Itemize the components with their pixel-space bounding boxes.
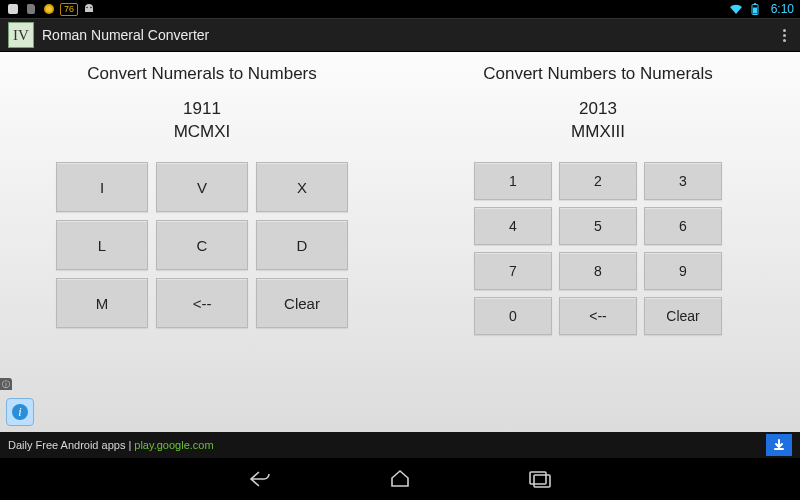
main-content: Convert Numerals to Numbers 1911 MCMXI I… (0, 52, 800, 432)
svg-rect-10 (530, 472, 546, 484)
svg-rect-6 (753, 8, 757, 14)
evernote-icon (24, 2, 38, 16)
android-icon (82, 2, 96, 16)
key-L[interactable]: L (56, 220, 148, 270)
back-button[interactable] (245, 464, 275, 494)
download-button[interactable] (766, 434, 792, 456)
key-7[interactable]: 7 (474, 252, 552, 290)
notification-icon-app (6, 2, 20, 16)
recents-button[interactable] (525, 464, 555, 494)
key-backspace[interactable]: <-- (156, 278, 248, 328)
key-D[interactable]: D (256, 220, 348, 270)
battery-icon (748, 2, 762, 16)
key-3[interactable]: 3 (644, 162, 722, 200)
ad-link[interactable]: play.google.com (134, 439, 213, 451)
key-C[interactable]: C (156, 220, 248, 270)
ad-text: Daily Free Android apps | (8, 439, 131, 451)
temperature-badge: 76 (60, 3, 78, 16)
key-V[interactable]: V (156, 162, 248, 212)
wifi-icon (729, 2, 743, 16)
key-X[interactable]: X (256, 162, 348, 212)
result-roman: MMXIII (571, 121, 625, 144)
key-1[interactable]: 1 (474, 162, 552, 200)
key-backspace[interactable]: <-- (559, 297, 637, 335)
info-button[interactable]: i (6, 398, 34, 426)
keypad-numbers: 1 2 3 4 5 6 7 8 9 0 <-- Clear (474, 162, 722, 335)
key-clear[interactable]: Clear (256, 278, 348, 328)
svg-point-2 (46, 6, 52, 12)
key-9[interactable]: 9 (644, 252, 722, 290)
panel-numbers-to-numerals: Convert Numbers to Numerals 2013 MMXIII … (410, 64, 786, 426)
status-bar: 76 6:10 (0, 0, 800, 18)
svg-point-4 (90, 7, 91, 8)
coin-icon (42, 2, 56, 16)
key-0[interactable]: 0 (474, 297, 552, 335)
keypad-roman: I V X L C D M <-- Clear (56, 162, 348, 328)
navigation-bar (0, 458, 800, 500)
svg-point-3 (86, 7, 87, 8)
result-display-right: 2013 MMXIII (571, 98, 625, 144)
result-roman: MCMXI (174, 121, 231, 144)
key-clear[interactable]: Clear (644, 297, 722, 335)
panel-heading: Convert Numbers to Numerals (483, 64, 713, 84)
svg-rect-0 (8, 4, 18, 14)
result-number: 1911 (174, 98, 231, 121)
result-number: 2013 (571, 98, 625, 121)
svg-text:i: i (18, 405, 21, 419)
key-5[interactable]: 5 (559, 207, 637, 245)
svg-rect-11 (534, 475, 550, 487)
adchoices-icon[interactable]: ⓘ (0, 378, 12, 390)
key-I[interactable]: I (56, 162, 148, 212)
panel-heading: Convert Numerals to Numbers (87, 64, 317, 84)
key-4[interactable]: 4 (474, 207, 552, 245)
action-bar: IV Roman Numeral Converter (0, 18, 800, 52)
status-right-icons: 6:10 (729, 2, 794, 16)
key-M[interactable]: M (56, 278, 148, 328)
result-display-left: 1911 MCMXI (174, 98, 231, 144)
key-6[interactable]: 6 (644, 207, 722, 245)
key-2[interactable]: 2 (559, 162, 637, 200)
status-left-icons: 76 (6, 2, 96, 16)
key-8[interactable]: 8 (559, 252, 637, 290)
app-icon: IV (8, 22, 34, 48)
ad-bar[interactable]: Daily Free Android apps | play.google.co… (0, 432, 800, 458)
clock: 6:10 (771, 2, 794, 16)
svg-rect-7 (754, 3, 756, 4)
home-button[interactable] (385, 464, 415, 494)
app-title: Roman Numeral Converter (42, 27, 209, 43)
overflow-menu-button[interactable] (777, 29, 792, 42)
panel-numerals-to-numbers: Convert Numerals to Numbers 1911 MCMXI I… (14, 64, 390, 426)
